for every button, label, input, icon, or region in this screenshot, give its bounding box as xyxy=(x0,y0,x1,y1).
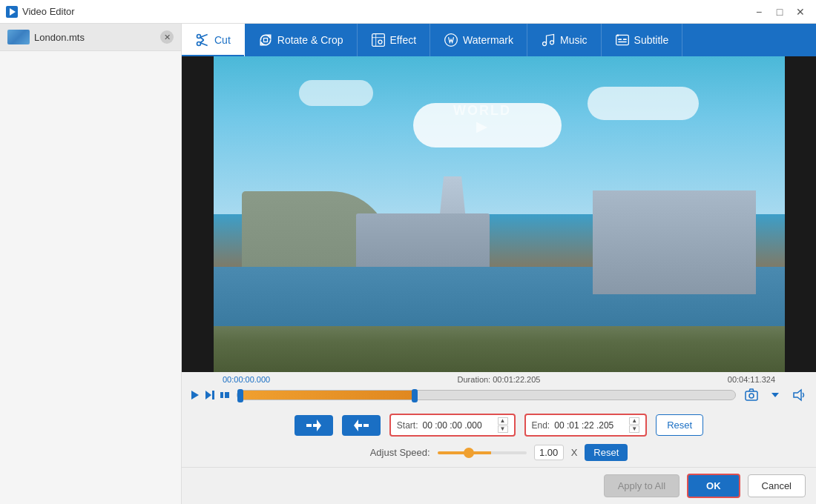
end-spin-up[interactable]: ▲ xyxy=(629,417,639,425)
screenshot-button[interactable] xyxy=(742,385,761,405)
rotate-icon xyxy=(258,33,273,47)
tab-cut-label: Cut xyxy=(214,34,231,46)
bottom-bar: Apply to All OK Cancel xyxy=(182,467,816,504)
tab-rotate-crop-label: Rotate & Crop xyxy=(277,34,343,46)
cut-end-icon xyxy=(354,420,369,431)
svg-marker-34 xyxy=(354,420,358,431)
svg-point-14 xyxy=(543,42,547,46)
svg-marker-31 xyxy=(317,420,321,431)
step-forward-button[interactable] xyxy=(204,389,216,401)
timeline-start-time: 00:00:00.000 xyxy=(223,375,270,384)
tab-music-label: Music xyxy=(560,34,588,46)
svg-marker-29 xyxy=(794,390,801,400)
frame-icon xyxy=(219,389,231,401)
svg-rect-26 xyxy=(746,391,757,400)
sidebar-file-label: London.mts xyxy=(34,32,85,43)
speed-value: 1.00 xyxy=(534,445,564,460)
tab-effect[interactable]: Effect xyxy=(358,24,431,56)
tab-music[interactable]: Music xyxy=(527,24,602,56)
camera-icon xyxy=(744,388,759,402)
speed-controls-row: Adjust Speed: 1.00 X Reset xyxy=(182,441,816,467)
timeline-row xyxy=(182,384,816,409)
effect-icon xyxy=(371,33,386,47)
sidebar-close-button[interactable]: ✕ xyxy=(160,30,174,44)
svg-marker-22 xyxy=(205,391,211,399)
svg-rect-9 xyxy=(372,34,384,47)
svg-rect-25 xyxy=(225,392,229,398)
start-label: Start: xyxy=(397,420,418,431)
svg-marker-21 xyxy=(191,391,199,399)
svg-point-12 xyxy=(378,40,382,44)
play-controls xyxy=(189,389,231,401)
timeline-handle-left[interactable] xyxy=(237,389,243,402)
start-spin-down[interactable]: ▼ xyxy=(498,425,508,433)
end-time-group: End: ▲ ▼ xyxy=(524,414,648,437)
end-spinner: ▲ ▼ xyxy=(629,417,639,433)
video-frame: WORLD▶ xyxy=(214,56,785,372)
svg-point-15 xyxy=(550,41,554,44)
video-area: WORLD▶ xyxy=(182,56,816,372)
tab-bar: Cut Rotate & Crop Effect xyxy=(182,24,816,56)
window-title: Video Editor xyxy=(22,6,75,17)
svg-rect-20 xyxy=(616,35,619,37)
cloud-3 xyxy=(299,80,373,106)
svg-rect-17 xyxy=(618,39,622,40)
start-time-input[interactable] xyxy=(423,420,493,431)
cut-reset-button[interactable]: Reset xyxy=(656,414,703,436)
step-icon xyxy=(204,389,216,401)
start-spinner: ▲ ▼ xyxy=(498,417,508,433)
ok-button[interactable]: OK xyxy=(687,474,740,498)
cloud-2 xyxy=(588,87,699,120)
cancel-button[interactable]: Cancel xyxy=(748,474,806,497)
cut-start-button[interactable] xyxy=(295,415,333,436)
svg-rect-24 xyxy=(220,392,223,398)
timeline-track[interactable] xyxy=(237,390,736,400)
tab-rotate-crop[interactable]: Rotate & Crop xyxy=(245,24,358,56)
start-time-group: Start: ▲ ▼ xyxy=(389,414,516,437)
play-icon xyxy=(189,389,201,401)
svg-marker-28 xyxy=(771,393,779,397)
volume-button[interactable] xyxy=(789,385,809,405)
svg-line-7 xyxy=(200,40,204,43)
start-spin-up[interactable]: ▲ xyxy=(498,417,508,425)
cut-end-button[interactable] xyxy=(342,415,381,436)
speed-reset-button[interactable]: Reset xyxy=(585,444,628,461)
timeline-handle-right[interactable] xyxy=(412,389,418,402)
tab-watermark[interactable]: Watermark xyxy=(430,24,527,56)
close-button[interactable]: ✕ xyxy=(791,2,810,21)
end-label: End: xyxy=(532,420,550,431)
buildings-right xyxy=(593,190,756,294)
tab-cut[interactable]: Cut xyxy=(182,24,245,56)
timeline-right-icons xyxy=(742,385,809,405)
minimize-button[interactable]: − xyxy=(749,2,769,21)
svg-line-5 xyxy=(200,43,208,46)
tab-effect-label: Effect xyxy=(390,34,417,46)
tab-subtitle[interactable]: Subtitle xyxy=(602,24,683,56)
play-button[interactable] xyxy=(189,389,201,401)
watermark-icon xyxy=(444,33,458,47)
title-bar: Video Editor − □ ✕ xyxy=(0,0,816,24)
restore-button[interactable]: □ xyxy=(770,2,789,21)
main-layout: London.mts ✕ Cut xyxy=(0,24,816,504)
cut-start-icon xyxy=(306,420,321,431)
svg-rect-23 xyxy=(212,391,214,399)
timeline-fill xyxy=(237,391,412,399)
svg-rect-8 xyxy=(263,39,267,42)
end-spin-down[interactable]: ▼ xyxy=(629,425,639,433)
sidebar-file-tab[interactable]: London.mts ✕ xyxy=(0,24,181,51)
tab-subtitle-label: Subtitle xyxy=(634,34,669,46)
tab-watermark-label: Watermark xyxy=(463,34,513,46)
speed-unit: X xyxy=(571,447,578,458)
content-area: Cut Rotate & Crop Effect xyxy=(182,24,816,504)
speed-slider[interactable] xyxy=(438,451,527,454)
svg-rect-16 xyxy=(616,35,628,44)
end-time-input[interactable] xyxy=(554,420,625,431)
timeline-end-time: 00:04:11.324 xyxy=(728,375,775,384)
cut-icon xyxy=(195,33,210,47)
subtitle-icon xyxy=(615,33,630,47)
app-icon xyxy=(6,6,18,18)
svg-point-27 xyxy=(749,394,754,398)
apply-to-all-button[interactable]: Apply to All xyxy=(604,474,680,497)
frame-step-button[interactable] xyxy=(219,389,231,401)
dropdown-button[interactable] xyxy=(766,385,785,405)
